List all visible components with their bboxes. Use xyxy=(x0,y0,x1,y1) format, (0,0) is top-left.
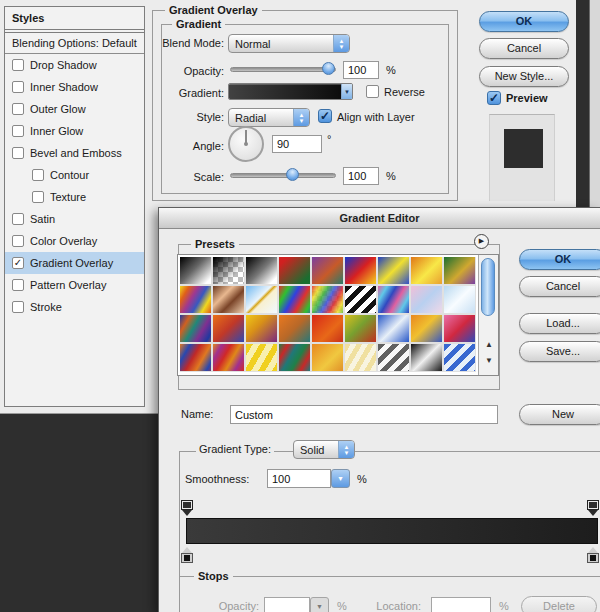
gradient-preset-swatch-26[interactable] xyxy=(411,315,442,342)
gradient-editor-titlebar[interactable]: Gradient Editor xyxy=(159,208,600,229)
smoothness-dropdown-icon[interactable]: ▼ xyxy=(331,469,350,488)
color-stop-left[interactable] xyxy=(181,547,193,563)
angle-unit: ° xyxy=(327,133,331,145)
gradient-preset-swatch-20[interactable] xyxy=(213,315,244,342)
style-item-gradient-overlay[interactable]: ✓Gradient Overlay xyxy=(5,252,144,274)
checkbox[interactable] xyxy=(12,301,24,313)
checkbox[interactable] xyxy=(12,213,24,225)
checkbox[interactable] xyxy=(12,103,24,115)
angle-dial[interactable] xyxy=(228,126,264,162)
gradient-preset-swatch-4[interactable] xyxy=(279,257,310,284)
gradient-edit-strip[interactable] xyxy=(186,518,598,544)
checkbox[interactable] xyxy=(12,125,24,137)
checkbox[interactable] xyxy=(12,81,24,93)
gradient-preset-swatch-5[interactable] xyxy=(312,257,343,284)
checkbox[interactable]: ✓ xyxy=(12,257,24,269)
gradient-type-popup[interactable]: Solid ▲▼ xyxy=(293,440,355,459)
cancel-button[interactable]: Cancel xyxy=(479,38,569,59)
gradient-preset-swatch-13[interactable] xyxy=(279,286,310,313)
gradient-preset-swatch-10[interactable] xyxy=(180,286,211,313)
align-with-layer-checkbox[interactable]: ✓ xyxy=(318,109,332,123)
presets-scrollbar[interactable]: ▲ ▼ xyxy=(478,255,498,375)
name-input[interactable] xyxy=(230,405,498,424)
gradient-preset-swatch-33[interactable] xyxy=(345,344,376,371)
opacity-input[interactable] xyxy=(343,61,379,79)
gradient-preset-swatch-1[interactable] xyxy=(180,257,211,284)
angle-input[interactable] xyxy=(272,135,322,153)
smoothness-input[interactable] xyxy=(267,469,331,488)
gradient-preset-swatch-34[interactable] xyxy=(378,344,409,371)
color-stop-right[interactable] xyxy=(587,547,599,563)
gradient-preset-swatch-9[interactable] xyxy=(444,257,475,284)
style-item-contour[interactable]: Contour xyxy=(5,164,144,186)
checkbox[interactable] xyxy=(32,191,44,203)
opacity-slider-thumb[interactable] xyxy=(322,62,335,75)
gradient-preset-swatch-36[interactable] xyxy=(444,344,475,371)
ge-new-button[interactable]: New xyxy=(519,404,600,425)
checkbox[interactable] xyxy=(12,147,24,159)
checkbox[interactable] xyxy=(12,235,24,247)
gradient-preset-swatch-12[interactable] xyxy=(246,286,277,313)
reverse-checkbox[interactable] xyxy=(366,85,379,98)
scale-slider[interactable] xyxy=(230,168,336,181)
scroll-down-icon[interactable]: ▼ xyxy=(479,356,499,365)
checkbox[interactable] xyxy=(12,279,24,291)
gradient-preset-swatch-27[interactable] xyxy=(444,315,475,342)
gradient-preset-swatch-24[interactable] xyxy=(345,315,376,342)
blending-options-item[interactable]: Blending Options: Default xyxy=(5,33,144,54)
opacity-stop-left[interactable] xyxy=(181,500,193,516)
gradient-swatch[interactable]: ▼ xyxy=(228,83,353,100)
scale-slider-thumb[interactable] xyxy=(286,168,299,181)
gradient-preset-swatch-3[interactable] xyxy=(246,257,277,284)
gradient-preset-swatch-31[interactable] xyxy=(279,344,310,371)
scrollbar-thumb[interactable] xyxy=(481,258,495,316)
gradient-preset-swatch-11[interactable] xyxy=(213,286,244,313)
gradient-preset-swatch-8[interactable] xyxy=(411,257,442,284)
style-item-inner-glow[interactable]: Inner Glow xyxy=(5,120,144,142)
gradient-preset-swatch-21[interactable] xyxy=(246,315,277,342)
style-item-stroke[interactable]: Stroke xyxy=(5,296,144,318)
preview-checkbox[interactable]: ✓ xyxy=(487,91,501,105)
gradient-preset-swatch-30[interactable] xyxy=(246,344,277,371)
checkbox[interactable] xyxy=(32,169,44,181)
style-item-drop-shadow[interactable]: Drop Shadow xyxy=(5,54,144,76)
style-item-inner-shadow[interactable]: Inner Shadow xyxy=(5,76,144,98)
gradient-preset-swatch-32[interactable] xyxy=(312,344,343,371)
style-item-bevel-and-emboss[interactable]: Bevel and Emboss xyxy=(5,142,144,164)
gradient-preset-swatch-28[interactable] xyxy=(180,344,211,371)
style-item-texture[interactable]: Texture xyxy=(5,186,144,208)
checkbox[interactable] xyxy=(12,59,24,71)
opacity-stop-right[interactable] xyxy=(587,500,599,516)
blend-mode-popup[interactable]: Normal ▲▼ xyxy=(228,34,350,53)
ge-load-button[interactable]: Load... xyxy=(519,313,600,334)
preset-menu-icon[interactable]: ▶ xyxy=(474,234,489,249)
gradient-preset-swatch-35[interactable] xyxy=(411,344,442,371)
gradient-preset-swatch-22[interactable] xyxy=(279,315,310,342)
style-popup[interactable]: Radial ▲▼ xyxy=(228,108,310,127)
gradient-preset-swatch-19[interactable] xyxy=(180,315,211,342)
ge-ok-button[interactable]: OK xyxy=(519,249,600,270)
scroll-up-icon[interactable]: ▲ xyxy=(479,340,499,349)
ok-button[interactable]: OK xyxy=(479,11,569,32)
style-item-satin[interactable]: Satin xyxy=(5,208,144,230)
dropdown-arrow-icon[interactable]: ▼ xyxy=(341,84,352,99)
ge-cancel-button[interactable]: Cancel xyxy=(519,276,600,297)
gradient-preset-swatch-14[interactable] xyxy=(312,286,343,313)
scale-input[interactable] xyxy=(343,167,379,185)
gradient-preset-swatch-6[interactable] xyxy=(345,257,376,284)
style-item-color-overlay[interactable]: Color Overlay xyxy=(5,230,144,252)
gradient-preset-swatch-23[interactable] xyxy=(312,315,343,342)
opacity-slider[interactable] xyxy=(230,62,336,75)
gradient-preset-swatch-2[interactable] xyxy=(213,257,244,284)
gradient-preset-swatch-16[interactable] xyxy=(378,286,409,313)
style-item-pattern-overlay[interactable]: Pattern Overlay xyxy=(5,274,144,296)
new-style-button[interactable]: New Style... xyxy=(479,66,569,87)
gradient-preset-swatch-18[interactable] xyxy=(444,286,475,313)
gradient-preset-swatch-17[interactable] xyxy=(411,286,442,313)
ge-save-button[interactable]: Save... xyxy=(519,341,600,362)
gradient-preset-swatch-25[interactable] xyxy=(378,315,409,342)
style-item-outer-glow[interactable]: Outer Glow xyxy=(5,98,144,120)
gradient-preset-swatch-7[interactable] xyxy=(378,257,409,284)
gradient-preset-swatch-29[interactable] xyxy=(213,344,244,371)
gradient-preset-swatch-15[interactable] xyxy=(345,286,376,313)
